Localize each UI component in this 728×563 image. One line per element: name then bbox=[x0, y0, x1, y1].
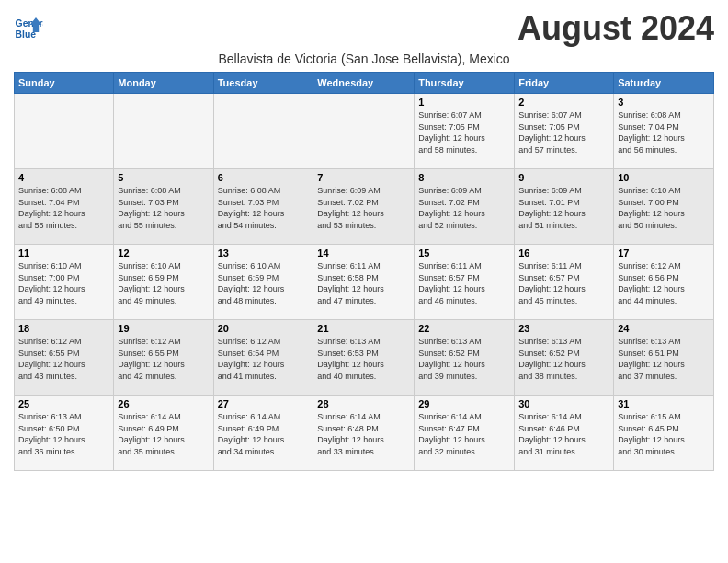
day-number: 31 bbox=[618, 398, 710, 409]
col-wednesday: Wednesday bbox=[313, 73, 415, 94]
day-number: 14 bbox=[317, 247, 410, 259]
day-number: 29 bbox=[418, 398, 510, 409]
day-info: Sunrise: 6:10 AM Sunset: 7:00 PM Dayligh… bbox=[18, 260, 109, 306]
day-number: 24 bbox=[618, 323, 710, 334]
day-number: 13 bbox=[218, 247, 310, 259]
week-row-4: 18Sunrise: 6:12 AM Sunset: 6:55 PM Dayli… bbox=[15, 320, 714, 396]
day-number: 1 bbox=[418, 97, 510, 108]
day-info: Sunrise: 6:11 AM Sunset: 6:57 PM Dayligh… bbox=[418, 260, 510, 306]
day-number: 4 bbox=[18, 172, 109, 183]
week-row-3: 11Sunrise: 6:10 AM Sunset: 7:00 PM Dayli… bbox=[15, 245, 714, 320]
header: General Blue August 2024 bbox=[14, 9, 714, 48]
col-monday: Monday bbox=[114, 73, 213, 94]
col-saturday: Saturday bbox=[614, 73, 714, 94]
calendar-body: 1Sunrise: 6:07 AM Sunset: 7:05 PM Daylig… bbox=[15, 94, 714, 471]
day-number: 21 bbox=[317, 323, 410, 334]
day-number: 11 bbox=[18, 247, 109, 259]
cell-w1-d0 bbox=[15, 94, 114, 169]
cell-w3-d6: 17Sunrise: 6:12 AM Sunset: 6:56 PM Dayli… bbox=[614, 245, 714, 320]
cell-w4-d0: 18Sunrise: 6:12 AM Sunset: 6:55 PM Dayli… bbox=[15, 320, 114, 396]
header-row: Sunday Monday Tuesday Wednesday Thursday… bbox=[15, 73, 714, 94]
day-info: Sunrise: 6:09 AM Sunset: 7:02 PM Dayligh… bbox=[418, 185, 510, 231]
cell-w3-d5: 16Sunrise: 6:11 AM Sunset: 6:57 PM Dayli… bbox=[515, 245, 614, 320]
day-number: 10 bbox=[618, 172, 710, 183]
day-number: 12 bbox=[118, 247, 209, 259]
day-info: Sunrise: 6:12 AM Sunset: 6:55 PM Dayligh… bbox=[18, 336, 109, 382]
day-number: 19 bbox=[118, 323, 209, 334]
day-info: Sunrise: 6:08 AM Sunset: 7:03 PM Dayligh… bbox=[218, 185, 310, 231]
day-number: 25 bbox=[18, 398, 109, 409]
cell-w5-d0: 25Sunrise: 6:13 AM Sunset: 6:50 PM Dayli… bbox=[15, 396, 114, 471]
day-info: Sunrise: 6:14 AM Sunset: 6:46 PM Dayligh… bbox=[518, 411, 609, 457]
day-info: Sunrise: 6:09 AM Sunset: 7:02 PM Dayligh… bbox=[317, 185, 410, 231]
cell-w1-d5: 2Sunrise: 6:07 AM Sunset: 7:05 PM Daylig… bbox=[515, 94, 614, 169]
day-info: Sunrise: 6:11 AM Sunset: 6:57 PM Dayligh… bbox=[518, 260, 609, 306]
day-info: Sunrise: 6:07 AM Sunset: 7:05 PM Dayligh… bbox=[418, 109, 510, 155]
day-info: Sunrise: 6:10 AM Sunset: 7:00 PM Dayligh… bbox=[618, 185, 710, 231]
cell-w4-d4: 22Sunrise: 6:13 AM Sunset: 6:52 PM Dayli… bbox=[415, 320, 515, 396]
cell-w5-d6: 31Sunrise: 6:15 AM Sunset: 6:45 PM Dayli… bbox=[614, 396, 714, 471]
day-number: 30 bbox=[518, 398, 609, 409]
col-tuesday: Tuesday bbox=[213, 73, 313, 94]
logo: General Blue bbox=[14, 14, 47, 43]
day-info: Sunrise: 6:10 AM Sunset: 6:59 PM Dayligh… bbox=[118, 260, 209, 306]
cell-w4-d1: 19Sunrise: 6:12 AM Sunset: 6:55 PM Dayli… bbox=[114, 320, 213, 396]
day-number: 15 bbox=[418, 247, 510, 259]
col-friday: Friday bbox=[515, 73, 614, 94]
day-number: 5 bbox=[118, 172, 209, 183]
day-number: 18 bbox=[18, 323, 109, 334]
cell-w3-d3: 14Sunrise: 6:11 AM Sunset: 6:58 PM Dayli… bbox=[313, 245, 415, 320]
cell-w1-d4: 1Sunrise: 6:07 AM Sunset: 7:05 PM Daylig… bbox=[415, 94, 515, 169]
cell-w4-d3: 21Sunrise: 6:13 AM Sunset: 6:53 PM Dayli… bbox=[313, 320, 415, 396]
day-number: 26 bbox=[118, 398, 209, 409]
cell-w2-d3: 7Sunrise: 6:09 AM Sunset: 7:02 PM Daylig… bbox=[313, 169, 415, 245]
week-row-2: 4Sunrise: 6:08 AM Sunset: 7:04 PM Daylig… bbox=[15, 169, 714, 245]
cell-w2-d5: 9Sunrise: 6:09 AM Sunset: 7:01 PM Daylig… bbox=[515, 169, 614, 245]
day-info: Sunrise: 6:08 AM Sunset: 7:04 PM Dayligh… bbox=[18, 185, 109, 231]
day-info: Sunrise: 6:13 AM Sunset: 6:53 PM Dayligh… bbox=[317, 336, 410, 382]
cell-w5-d2: 27Sunrise: 6:14 AM Sunset: 6:49 PM Dayli… bbox=[213, 396, 313, 471]
week-row-5: 25Sunrise: 6:13 AM Sunset: 6:50 PM Dayli… bbox=[15, 396, 714, 471]
day-info: Sunrise: 6:13 AM Sunset: 6:51 PM Dayligh… bbox=[618, 336, 710, 382]
logo-icon: General Blue bbox=[14, 14, 43, 43]
location-title: Bellavista de Victoria (San Jose Bellavi… bbox=[14, 52, 714, 66]
day-info: Sunrise: 6:12 AM Sunset: 6:56 PM Dayligh… bbox=[618, 260, 710, 306]
day-info: Sunrise: 6:13 AM Sunset: 6:50 PM Dayligh… bbox=[18, 411, 109, 457]
cell-w2-d0: 4Sunrise: 6:08 AM Sunset: 7:04 PM Daylig… bbox=[15, 169, 114, 245]
day-info: Sunrise: 6:07 AM Sunset: 7:05 PM Dayligh… bbox=[518, 109, 609, 155]
week-row-1: 1Sunrise: 6:07 AM Sunset: 7:05 PM Daylig… bbox=[15, 94, 714, 169]
cell-w2-d4: 8Sunrise: 6:09 AM Sunset: 7:02 PM Daylig… bbox=[415, 169, 515, 245]
cell-w3-d0: 11Sunrise: 6:10 AM Sunset: 7:00 PM Dayli… bbox=[15, 245, 114, 320]
day-info: Sunrise: 6:10 AM Sunset: 6:59 PM Dayligh… bbox=[218, 260, 310, 306]
cell-w2-d6: 10Sunrise: 6:10 AM Sunset: 7:00 PM Dayli… bbox=[614, 169, 714, 245]
day-number: 23 bbox=[518, 323, 609, 334]
cell-w1-d2 bbox=[213, 94, 313, 169]
day-info: Sunrise: 6:15 AM Sunset: 6:45 PM Dayligh… bbox=[618, 411, 710, 457]
day-number: 27 bbox=[218, 398, 310, 409]
cell-w5-d4: 29Sunrise: 6:14 AM Sunset: 6:47 PM Dayli… bbox=[415, 396, 515, 471]
cell-w4-d2: 20Sunrise: 6:12 AM Sunset: 6:54 PM Dayli… bbox=[213, 320, 313, 396]
cell-w4-d5: 23Sunrise: 6:13 AM Sunset: 6:52 PM Dayli… bbox=[515, 320, 614, 396]
cell-w5-d5: 30Sunrise: 6:14 AM Sunset: 6:46 PM Dayli… bbox=[515, 396, 614, 471]
cell-w4-d6: 24Sunrise: 6:13 AM Sunset: 6:51 PM Dayli… bbox=[614, 320, 714, 396]
cell-w5-d3: 28Sunrise: 6:14 AM Sunset: 6:48 PM Dayli… bbox=[313, 396, 415, 471]
day-number: 20 bbox=[218, 323, 310, 334]
day-number: 3 bbox=[618, 97, 710, 108]
day-number: 6 bbox=[218, 172, 310, 183]
cell-w2-d1: 5Sunrise: 6:08 AM Sunset: 7:03 PM Daylig… bbox=[114, 169, 213, 245]
col-sunday: Sunday bbox=[15, 73, 114, 94]
day-info: Sunrise: 6:14 AM Sunset: 6:48 PM Dayligh… bbox=[317, 411, 410, 457]
day-info: Sunrise: 6:14 AM Sunset: 6:47 PM Dayligh… bbox=[418, 411, 510, 457]
day-info: Sunrise: 6:12 AM Sunset: 6:54 PM Dayligh… bbox=[218, 336, 310, 382]
cell-w3-d4: 15Sunrise: 6:11 AM Sunset: 6:57 PM Dayli… bbox=[415, 245, 515, 320]
col-thursday: Thursday bbox=[415, 73, 515, 94]
day-info: Sunrise: 6:12 AM Sunset: 6:55 PM Dayligh… bbox=[118, 336, 209, 382]
calendar-table: Sunday Monday Tuesday Wednesday Thursday… bbox=[14, 72, 714, 471]
day-number: 28 bbox=[317, 398, 410, 409]
cell-w3-d2: 13Sunrise: 6:10 AM Sunset: 6:59 PM Dayli… bbox=[213, 245, 313, 320]
day-info: Sunrise: 6:08 AM Sunset: 7:03 PM Dayligh… bbox=[118, 185, 209, 231]
day-number: 8 bbox=[418, 172, 510, 183]
day-info: Sunrise: 6:11 AM Sunset: 6:58 PM Dayligh… bbox=[317, 260, 410, 306]
day-number: 9 bbox=[518, 172, 609, 183]
day-info: Sunrise: 6:13 AM Sunset: 6:52 PM Dayligh… bbox=[418, 336, 510, 382]
